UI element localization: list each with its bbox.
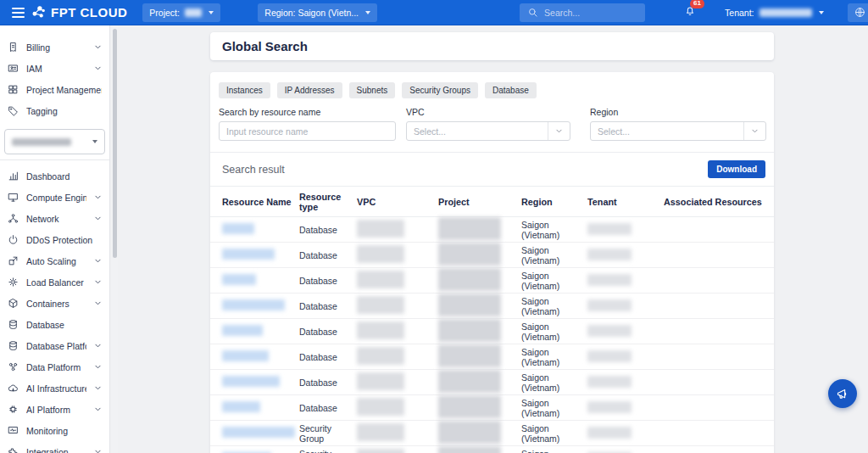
notifications-button[interactable]: 61: [684, 5, 696, 20]
ddos-protection-icon: [8, 234, 19, 245]
sidebar-item-containers[interactable]: Containers: [0, 293, 109, 314]
sidebar-item-label: IAM: [26, 64, 86, 74]
announcement-fab[interactable]: [828, 379, 857, 408]
sidebar-item-tagging[interactable]: Tagging: [0, 100, 109, 121]
global-search-box[interactable]: [520, 3, 645, 22]
sidebar-item-load-balancer[interactable]: Load Balancer: [0, 271, 109, 293]
redacted-project-value: [438, 421, 501, 444]
table-row: Database Saigon (Vietnam): [210, 319, 774, 344]
scrollbar-thumb[interactable]: [113, 29, 117, 258]
sidebar-item-ai-platform[interactable]: AI Platform: [0, 399, 109, 420]
sidebar-item-data-platform[interactable]: Data Platform: [0, 356, 109, 378]
data-platform-icon: [8, 361, 19, 372]
column-header-tenant: Tenant: [587, 187, 664, 217]
redacted-project-value: [438, 446, 501, 453]
region-placeholder: Select...: [598, 126, 630, 137]
redacted-tenant-value: [587, 376, 632, 388]
tenant-label: Tenant:: [725, 8, 754, 18]
redacted-vpc-value: [357, 423, 404, 441]
fpt-cloud-logo[interactable]: FPT CLOUD: [31, 5, 127, 20]
integration-icon: [8, 446, 19, 453]
vpc-placeholder: Select...: [414, 126, 446, 137]
navbar-search-input[interactable]: [544, 8, 637, 18]
associated-resources-cell: [664, 395, 774, 421]
sidebar-item-monitoring[interactable]: Monitoring: [0, 420, 109, 441]
sidebar-scrollbar[interactable]: [111, 25, 118, 453]
sidebar-item-label: Dashboard: [26, 171, 102, 182]
chevron-down-icon: [94, 384, 102, 392]
region-cell: Saigon (Vietnam): [521, 421, 587, 446]
sidebar-item-auto-scaling[interactable]: Auto Scaling: [0, 250, 109, 271]
sidebar-item-label: Billing: [26, 42, 86, 53]
region-dropdown[interactable]: Region: Saigon (Vietn...: [258, 3, 377, 22]
database-icon: [8, 319, 19, 330]
tagging-icon: [8, 105, 19, 116]
sidebar-item-billing[interactable]: Billing: [0, 36, 109, 58]
region-cell: Saigon (Vietnam): [521, 344, 587, 370]
table-row: Database Saigon (Vietnam): [210, 217, 774, 243]
notification-badge: 61: [690, 0, 704, 8]
sidebar-item-database-platform[interactable]: Database Platform: [0, 335, 109, 356]
sidebar-item-label: Auto Scaling: [26, 256, 86, 266]
redacted-resource-name-link[interactable]: [222, 299, 285, 310]
redacted-vpc-value: [357, 220, 404, 238]
tab-ip-addresses[interactable]: IP Addresses: [277, 82, 342, 98]
sidebar-item-label: Tagging: [26, 106, 102, 116]
ai-platform-icon: [8, 404, 19, 415]
redacted-tenant-value: [587, 274, 632, 286]
redacted-tenant-value: [587, 249, 632, 260]
sidebar-item-database[interactable]: Database: [0, 314, 109, 335]
vpc-select[interactable]: Select...: [406, 121, 570, 141]
redacted-resource-name-link[interactable]: [222, 401, 260, 412]
redacted-resource-name-link[interactable]: [222, 376, 280, 387]
sidebar-item-dashboard[interactable]: Dashboard: [0, 165, 109, 187]
sidebar-item-iam[interactable]: IAM: [0, 58, 109, 79]
hamburger-menu-icon[interactable]: [12, 0, 25, 25]
table-row: Database Saigon (Vietnam): [210, 294, 774, 319]
redacted-vpc-value: [357, 271, 404, 288]
sidebar-item-ddos-protection[interactable]: DDoS Protection: [0, 229, 109, 250]
caret-down-icon: [365, 11, 370, 14]
associated-resources-cell: [664, 217, 774, 243]
language-dropdown[interactable]: English: [848, 3, 868, 22]
table-row: Database Saigon (Vietnam): [210, 344, 774, 370]
redacted-resource-name-link[interactable]: [222, 427, 295, 438]
redacted-resource-name-link[interactable]: [222, 249, 275, 260]
project-dropdown[interactable]: Project:: [142, 3, 220, 22]
region-select[interactable]: Select...: [590, 121, 766, 141]
project-label: Project:: [149, 8, 180, 18]
sidebar-item-label: AI Infrastructure: [26, 383, 86, 394]
region-cell: Saigon (Vietnam): [521, 243, 587, 268]
sidebar-item-integration[interactable]: Integration: [0, 441, 109, 453]
tenant-dropdown[interactable]: Tenant:: [725, 8, 823, 18]
associated-resources-cell: [664, 319, 774, 344]
chevron-down-icon: [94, 257, 102, 265]
sidebar-item-project-management[interactable]: Project Management: [0, 79, 109, 100]
redacted-resource-name-link[interactable]: [222, 350, 269, 361]
redacted-resource-name-link[interactable]: [222, 223, 254, 234]
region-cell: Saigon (Vietnam): [521, 370, 587, 395]
sidebar-item-network[interactable]: Network: [0, 208, 109, 229]
associated-resources-cell: [664, 268, 774, 294]
globe-icon: [854, 7, 865, 18]
sidebar-item-ai-infrastructure[interactable]: AI Infrastructure: [0, 378, 109, 399]
compute-engine-icon: [8, 192, 19, 203]
column-header-vpc: VPC: [357, 187, 438, 217]
column-header-associated-resources: Associated Resources: [664, 187, 774, 217]
sidebar-item-compute-engine[interactable]: Compute Engine: [0, 187, 109, 208]
tab-database[interactable]: Database: [485, 82, 537, 98]
table-row: Database Saigon (Vietnam): [210, 395, 774, 421]
resource-name-input[interactable]: [220, 126, 395, 137]
redacted-tenant-value: [587, 350, 632, 362]
chevron-down-icon: [94, 405, 102, 413]
tab-security-groups[interactable]: Security Groups: [402, 82, 478, 98]
resource-type-cell: Database: [299, 268, 357, 294]
sidebar-project-select[interactable]: [4, 129, 105, 154]
tab-subnets[interactable]: Subnets: [349, 82, 396, 98]
column-header-resource-name: Resource Name: [210, 187, 299, 217]
redacted-project-value: [438, 268, 501, 291]
tab-instances[interactable]: Instances: [219, 82, 270, 98]
redacted-resource-name-link[interactable]: [222, 274, 256, 285]
redacted-resource-name-link[interactable]: [222, 325, 263, 336]
download-button[interactable]: Download: [708, 160, 765, 178]
